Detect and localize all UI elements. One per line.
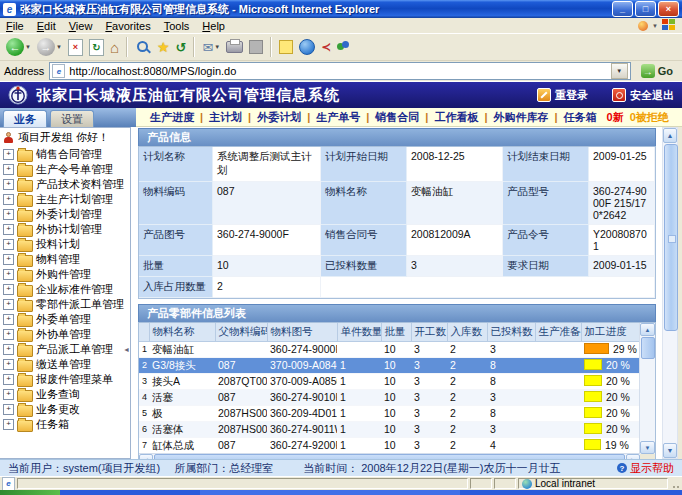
expand-icon[interactable]: +: [3, 254, 14, 265]
menu-file[interactable]: File: [6, 20, 24, 32]
expand-icon[interactable]: +: [3, 299, 14, 310]
sidebar-item[interactable]: +投料计划: [0, 237, 130, 252]
scroll-thumb[interactable]: [641, 337, 655, 359]
column-header[interactable]: 入库数: [447, 323, 487, 342]
history-button[interactable]: ↺: [174, 36, 189, 58]
menu-help[interactable]: Help: [202, 20, 225, 32]
sidebar-item[interactable]: +外协单管理: [0, 327, 130, 342]
scroll-right-icon[interactable]: ►: [626, 454, 640, 459]
column-header[interactable]: 已投料数: [487, 323, 535, 342]
address-dropdown-button[interactable]: ▼: [611, 63, 628, 79]
tab-business[interactable]: 业务: [3, 110, 47, 127]
expand-icon[interactable]: +: [3, 329, 14, 340]
expand-icon[interactable]: +: [3, 374, 14, 385]
expand-icon[interactable]: +: [3, 404, 14, 415]
column-header[interactable]: 物料图号: [267, 323, 337, 342]
contacts-button[interactable]: [335, 36, 352, 58]
mail-dropdown-icon[interactable]: ▼: [214, 44, 220, 50]
sidebar-collapse-arrow[interactable]: ◄: [123, 346, 130, 353]
parts-table-row[interactable]: 6活塞体2087HS002360-274-9011W11032320 %: [139, 422, 641, 438]
expand-icon[interactable]: +: [3, 419, 14, 430]
parts-table-row[interactable]: 4活塞087360-274-9010F11032320 %: [139, 390, 641, 406]
messenger-button[interactable]: [297, 36, 317, 58]
back-dropdown-icon[interactable]: ▼: [25, 44, 31, 50]
parts-table-row[interactable]: 2G3/8接头087370-009-A084011032820 %: [139, 358, 641, 374]
maximize-button[interactable]: □: [635, 1, 656, 17]
column-header[interactable]: 物料名称: [149, 323, 215, 342]
taskbar-window-button[interactable]: [200, 490, 460, 495]
column-header[interactable]: 批量: [381, 323, 411, 342]
edit-button[interactable]: [247, 36, 265, 58]
titlebar[interactable]: e 张家口长城液压油缸有限公司管理信息系统 - Microsoft Intern…: [0, 0, 682, 18]
nav-item[interactable]: 外购件库存: [487, 110, 554, 125]
address-input[interactable]: e http://localhost:8080/MPS/login.do ▼: [49, 62, 630, 80]
back-button[interactable]: ←▼: [4, 36, 33, 58]
relogin-button[interactable]: 重登录: [537, 88, 588, 103]
favorites-button[interactable]: ★: [155, 36, 172, 58]
sidebar-item[interactable]: +产品技术资料管理: [0, 177, 130, 192]
chevron-down-icon[interactable]: ▼: [652, 23, 658, 29]
nav-item[interactable]: 工作看板: [428, 110, 484, 125]
sidebar-item[interactable]: +企业标准件管理: [0, 282, 130, 297]
nav-item[interactable]: 销售合同: [369, 110, 425, 125]
sidebar-item[interactable]: +报废件管理菜单: [0, 372, 130, 387]
scroll-up-icon[interactable]: ▲: [663, 128, 677, 143]
sidebar-item[interactable]: +生产令号单管理: [0, 162, 130, 177]
notes-button[interactable]: [277, 36, 295, 58]
nav-item[interactable]: 任务箱: [558, 110, 603, 125]
expand-icon[interactable]: +: [3, 389, 14, 400]
expand-icon[interactable]: +: [3, 269, 14, 280]
sidebar-item[interactable]: +外协计划管理: [0, 222, 130, 237]
tree-root[interactable]: 项目开发组 你好！: [0, 128, 130, 147]
menu-tools[interactable]: Tools: [164, 20, 190, 32]
scroll-up-icon[interactable]: ▲: [640, 323, 655, 336]
scroll-left-icon[interactable]: ◄: [139, 454, 153, 459]
forward-dropdown-icon[interactable]: ▼: [56, 44, 62, 50]
menu-favorites[interactable]: Favorites: [105, 20, 150, 32]
home-button[interactable]: ⌂: [108, 36, 121, 58]
print-button[interactable]: [224, 36, 245, 58]
logout-button[interactable]: 安全退出: [612, 88, 674, 103]
menu-edit[interactable]: Edit: [37, 20, 56, 32]
column-header[interactable]: 生产准备: [535, 323, 581, 342]
parts-table-row[interactable]: 3接头A2087QT002370-009-A085011032820 %: [139, 374, 641, 390]
expand-icon[interactable]: +: [3, 359, 14, 370]
sidebar-item[interactable]: +外委计划管理: [0, 207, 130, 222]
column-header[interactable]: 开工数: [411, 323, 447, 342]
parts-table-row[interactable]: 7缸体总成087360-274-9200F11032419 %: [139, 438, 641, 454]
parts-table-row[interactable]: 1变幅油缸360-274-9000F1032329 %: [139, 342, 641, 358]
sidebar-item[interactable]: +主生产计划管理: [0, 192, 130, 207]
sidebar-item[interactable]: +任务箱: [0, 417, 130, 432]
stop-button[interactable]: ×: [66, 36, 85, 58]
scroll-thumb[interactable]: [154, 454, 625, 459]
expand-icon[interactable]: +: [3, 149, 14, 160]
discuss-button[interactable]: ≺: [319, 36, 333, 58]
nav-item[interactable]: 生产进度: [144, 110, 200, 125]
refresh-button[interactable]: ↻: [87, 36, 106, 58]
nav-item[interactable]: 主计划: [203, 110, 248, 125]
sidebar-item[interactable]: +外委单管理: [0, 312, 130, 327]
expand-icon[interactable]: +: [3, 284, 14, 295]
parts-table-row[interactable]: 5极2087HS002360-209-4D01011032820 %: [139, 406, 641, 422]
sidebar-item[interactable]: +业务更改: [0, 402, 130, 417]
resize-grip[interactable]: [670, 479, 680, 489]
scroll-down-icon[interactable]: ▼: [640, 441, 655, 454]
start-button[interactable]: [0, 490, 60, 495]
sidebar-item[interactable]: +外购件管理: [0, 267, 130, 282]
scroll-thumb[interactable]: [664, 144, 678, 331]
parts-horizontal-scrollbar[interactable]: ◄ ►: [139, 453, 640, 459]
mail-button[interactable]: ✉▼: [200, 36, 222, 58]
content-scrollbar[interactable]: ▲ ▼: [662, 127, 678, 459]
expand-icon[interactable]: +: [3, 239, 14, 250]
column-header[interactable]: 父物料编码: [215, 323, 267, 342]
show-help-button[interactable]: ? 显示帮助: [617, 461, 674, 476]
expand-icon[interactable]: +: [3, 209, 14, 220]
nav-item[interactable]: 生产单号: [310, 110, 366, 125]
sidebar-item[interactable]: +业务查询: [0, 387, 130, 402]
expand-icon[interactable]: +: [3, 344, 14, 355]
parts-vertical-scrollbar[interactable]: ▲ ▼: [639, 323, 655, 454]
forward-button[interactable]: →▼: [35, 36, 64, 58]
expand-icon[interactable]: +: [3, 194, 14, 205]
sidebar-item[interactable]: +销售合同管理: [0, 147, 130, 162]
minimize-button[interactable]: _: [612, 1, 633, 17]
